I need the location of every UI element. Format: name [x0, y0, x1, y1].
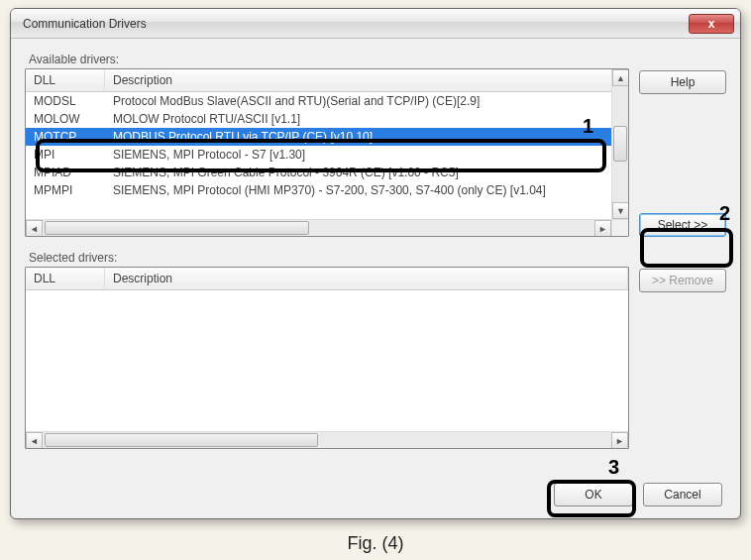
hscroll-track[interactable]: [43, 220, 594, 236]
hscroll-track[interactable]: [43, 432, 611, 448]
cell-dll: MPIAD: [26, 165, 105, 180]
selected-list-header: DLL Description: [26, 268, 628, 290]
col-header-dll[interactable]: DLL: [26, 268, 105, 289]
close-button[interactable]: x: [689, 14, 734, 34]
help-button[interactable]: Help: [639, 70, 726, 94]
cell-description: SIEMENS, MPI Protocol - S7 [v1.30]: [105, 147, 628, 163]
dialog-bottom-bar: OK Cancel: [25, 483, 726, 506]
scroll-corner: [611, 219, 628, 236]
hscroll-thumb[interactable]: [45, 433, 318, 447]
available-area: Available drivers: DLL Description MODSL…: [25, 49, 726, 237]
selected-panel: Selected drivers: DLL Description ◄ ►: [25, 247, 629, 473]
cell-description: MODBUS Protocol RTU via TCP/IP (CE) [v10…: [105, 129, 628, 145]
cell-description: Protocol ModBus Slave(ASCII and RTU)(Ser…: [105, 93, 628, 109]
table-row[interactable]: MOTCPMODBUS Protocol RTU via TCP/IP (CE)…: [26, 128, 628, 146]
available-drivers-list[interactable]: DLL Description MODSLProtocol ModBus Sla…: [25, 68, 629, 237]
col-header-description[interactable]: Description: [105, 268, 628, 289]
scroll-right-icon[interactable]: ►: [611, 432, 628, 449]
available-label: Available drivers:: [29, 53, 629, 66]
scroll-right-icon[interactable]: ►: [594, 220, 611, 237]
available-side-buttons: Help Select >>: [639, 49, 726, 237]
scroll-left-icon[interactable]: ◄: [26, 220, 43, 237]
dialog-title: Communication Drivers: [23, 17, 689, 31]
scroll-down-icon[interactable]: ▼: [612, 202, 629, 219]
cell-dll: MPMPI: [26, 182, 105, 198]
cell-dll: MOTCP: [26, 129, 105, 145]
cell-description: MOLOW Protocol RTU/ASCII [v1.1]: [105, 111, 628, 127]
selected-rows: [26, 290, 628, 430]
select-button[interactable]: Select >>: [639, 213, 726, 237]
hscroll-thumb[interactable]: [45, 221, 309, 235]
table-row[interactable]: MPIADSIEMENS, MPI Green Cable Protocol -…: [26, 164, 628, 181]
horizontal-scrollbar[interactable]: ◄ ►: [26, 219, 611, 236]
cancel-button[interactable]: Cancel: [643, 483, 722, 506]
cell-dll: MPI: [26, 147, 105, 163]
scroll-up-icon[interactable]: ▲: [612, 69, 629, 86]
cell-description: SIEMENS, MPI Protocol (HMI MP370) - S7-2…: [105, 182, 628, 198]
selected-drivers-list[interactable]: DLL Description ◄ ►: [25, 267, 629, 449]
table-row[interactable]: MPMPISIEMENS, MPI Protocol (HMI MP370) -…: [26, 181, 628, 199]
available-panel: Available drivers: DLL Description MODSL…: [25, 49, 629, 237]
vertical-scrollbar[interactable]: ▲ ▼: [611, 69, 628, 219]
scroll-thumb[interactable]: [613, 126, 627, 162]
remove-button[interactable]: >> Remove: [639, 269, 726, 292]
cell-dll: MOLOW: [26, 111, 105, 127]
cell-description: SIEMENS, MPI Green Cable Protocol - 3964…: [105, 165, 628, 180]
selected-area: Selected drivers: DLL Description ◄ ►: [25, 247, 726, 473]
selected-side-buttons: >> Remove: [639, 247, 726, 473]
table-row[interactable]: MOLOWMOLOW Protocol RTU/ASCII [v1.1]: [26, 110, 628, 128]
dialog-body: Available drivers: DLL Description MODSL…: [11, 39, 740, 518]
figure-caption: Fig. (4): [0, 533, 751, 554]
horizontal-scrollbar[interactable]: ◄ ►: [26, 431, 628, 448]
scroll-track[interactable]: [612, 86, 628, 202]
table-row[interactable]: MPISIEMENS, MPI Protocol - S7 [v1.30]: [26, 146, 628, 164]
cell-dll: MODSL: [26, 93, 105, 109]
col-header-description[interactable]: Description: [105, 69, 628, 91]
communication-drivers-dialog: Communication Drivers x Available driver…: [10, 8, 741, 519]
available-list-header: DLL Description: [26, 69, 628, 92]
titlebar[interactable]: Communication Drivers x: [11, 9, 740, 39]
close-icon: x: [708, 17, 715, 31]
scroll-left-icon[interactable]: ◄: [26, 432, 43, 449]
ok-button[interactable]: OK: [554, 483, 633, 506]
col-header-dll[interactable]: DLL: [26, 69, 105, 91]
available-rows: MODSLProtocol ModBus Slave(ASCII and RTU…: [26, 92, 628, 218]
selected-label: Selected drivers:: [29, 251, 629, 265]
table-row[interactable]: MODSLProtocol ModBus Slave(ASCII and RTU…: [26, 92, 628, 110]
